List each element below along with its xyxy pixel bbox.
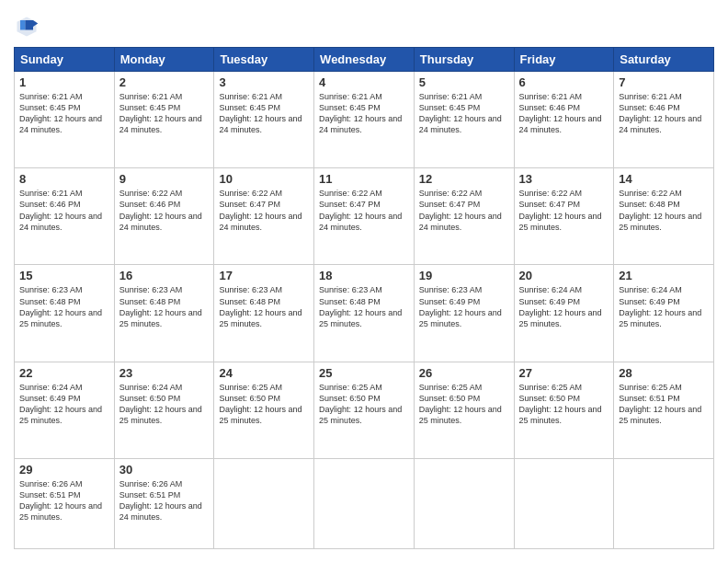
table-row: 11Sunrise: 6:22 AMSunset: 6:47 PMDayligh… (314, 168, 415, 265)
table-row: 15Sunrise: 6:23 AMSunset: 6:48 PMDayligh… (15, 265, 115, 362)
table-row: 19Sunrise: 6:23 AMSunset: 6:49 PMDayligh… (414, 265, 514, 362)
day-number: 25 (319, 366, 409, 380)
day-detail: Sunrise: 6:21 AMSunset: 6:46 PMDaylight:… (19, 188, 109, 233)
day-detail: Sunrise: 6:26 AMSunset: 6:51 PMDaylight:… (19, 478, 109, 523)
day-number: 26 (419, 366, 509, 380)
table-row: 27Sunrise: 6:25 AMSunset: 6:50 PMDayligh… (514, 362, 614, 458)
day-detail: Sunrise: 6:23 AMSunset: 6:48 PMDaylight:… (219, 284, 309, 329)
day-detail: Sunrise: 6:21 AMSunset: 6:46 PMDaylight:… (619, 91, 709, 136)
logo (14, 14, 43, 40)
day-detail: Sunrise: 6:21 AMSunset: 6:46 PMDaylight:… (519, 91, 609, 136)
day-number: 30 (119, 463, 210, 477)
day-number: 28 (619, 366, 709, 380)
calendar-week-row: 8Sunrise: 6:21 AMSunset: 6:46 PMDaylight… (15, 168, 714, 265)
day-detail: Sunrise: 6:23 AMSunset: 6:48 PMDaylight:… (319, 284, 409, 329)
day-number: 23 (119, 366, 210, 380)
day-detail: Sunrise: 6:25 AMSunset: 6:50 PMDaylight:… (519, 382, 609, 427)
day-number: 15 (19, 269, 109, 282)
table-row: 8Sunrise: 6:21 AMSunset: 6:46 PMDaylight… (15, 168, 115, 265)
day-detail: Sunrise: 6:25 AMSunset: 6:50 PMDaylight:… (219, 382, 309, 427)
table-row: 25Sunrise: 6:25 AMSunset: 6:50 PMDayligh… (314, 362, 415, 458)
day-detail: Sunrise: 6:25 AMSunset: 6:50 PMDaylight:… (319, 382, 409, 427)
day-number: 9 (119, 172, 210, 186)
day-detail: Sunrise: 6:24 AMSunset: 6:49 PMDaylight:… (19, 382, 109, 427)
table-row: 26Sunrise: 6:25 AMSunset: 6:50 PMDayligh… (414, 362, 514, 458)
table-row: 7Sunrise: 6:21 AMSunset: 6:46 PMDaylight… (614, 72, 714, 168)
calendar-week-row: 1Sunrise: 6:21 AMSunset: 6:45 PMDaylight… (15, 72, 714, 168)
table-row: 3Sunrise: 6:21 AMSunset: 6:45 PMDaylight… (214, 72, 314, 168)
day-detail: Sunrise: 6:23 AMSunset: 6:48 PMDaylight:… (119, 284, 210, 329)
day-detail: Sunrise: 6:21 AMSunset: 6:45 PMDaylight:… (419, 91, 509, 136)
table-row: 18Sunrise: 6:23 AMSunset: 6:48 PMDayligh… (314, 265, 415, 362)
day-number: 22 (19, 366, 109, 380)
day-number: 18 (319, 269, 409, 282)
table-row: 13Sunrise: 6:22 AMSunset: 6:47 PMDayligh… (514, 168, 614, 265)
table-row: 16Sunrise: 6:23 AMSunset: 6:48 PMDayligh… (114, 265, 214, 362)
table-row: 30Sunrise: 6:26 AMSunset: 6:51 PMDayligh… (114, 458, 214, 548)
day-number: 19 (419, 269, 509, 282)
day-number: 2 (119, 75, 210, 89)
day-detail: Sunrise: 6:22 AMSunset: 6:47 PMDaylight:… (519, 188, 609, 233)
table-row: 24Sunrise: 6:25 AMSunset: 6:50 PMDayligh… (214, 362, 314, 458)
day-detail: Sunrise: 6:22 AMSunset: 6:47 PMDaylight:… (419, 188, 509, 233)
calendar-week-row: 15Sunrise: 6:23 AMSunset: 6:48 PMDayligh… (15, 265, 714, 362)
table-row (514, 458, 614, 548)
day-number: 20 (519, 269, 609, 282)
day-number: 13 (519, 172, 609, 186)
day-number: 4 (319, 75, 409, 89)
calendar-week-row: 29Sunrise: 6:26 AMSunset: 6:51 PMDayligh… (15, 458, 714, 548)
logo-icon (14, 14, 40, 40)
day-detail: Sunrise: 6:23 AMSunset: 6:49 PMDaylight:… (419, 284, 509, 329)
col-tuesday: Tuesday (214, 48, 314, 72)
day-detail: Sunrise: 6:21 AMSunset: 6:45 PMDaylight:… (19, 91, 109, 136)
calendar-week-row: 22Sunrise: 6:24 AMSunset: 6:49 PMDayligh… (15, 362, 714, 458)
table-row (314, 458, 415, 548)
day-number: 7 (619, 75, 709, 89)
col-wednesday: Wednesday (314, 48, 415, 72)
day-number: 27 (519, 366, 609, 380)
day-number: 12 (419, 172, 509, 186)
day-number: 10 (219, 172, 309, 186)
day-detail: Sunrise: 6:21 AMSunset: 6:45 PMDaylight:… (119, 91, 210, 136)
table-row: 14Sunrise: 6:22 AMSunset: 6:48 PMDayligh… (614, 168, 714, 265)
calendar-header-row: Sunday Monday Tuesday Wednesday Thursday… (15, 48, 714, 72)
day-number: 24 (219, 366, 309, 380)
table-row: 1Sunrise: 6:21 AMSunset: 6:45 PMDaylight… (15, 72, 115, 168)
table-row: 6Sunrise: 6:21 AMSunset: 6:46 PMDaylight… (514, 72, 614, 168)
day-detail: Sunrise: 6:23 AMSunset: 6:48 PMDaylight:… (19, 284, 109, 329)
day-detail: Sunrise: 6:24 AMSunset: 6:50 PMDaylight:… (119, 382, 210, 427)
day-number: 3 (219, 75, 309, 89)
table-row: 17Sunrise: 6:23 AMSunset: 6:48 PMDayligh… (214, 265, 314, 362)
page: Sunday Monday Tuesday Wednesday Thursday… (0, 0, 728, 563)
col-friday: Friday (514, 48, 614, 72)
table-row: 2Sunrise: 6:21 AMSunset: 6:45 PMDaylight… (114, 72, 214, 168)
table-row: 22Sunrise: 6:24 AMSunset: 6:49 PMDayligh… (15, 362, 115, 458)
day-detail: Sunrise: 6:22 AMSunset: 6:47 PMDaylight:… (319, 188, 409, 233)
day-detail: Sunrise: 6:25 AMSunset: 6:51 PMDaylight:… (619, 382, 709, 427)
day-number: 17 (219, 269, 309, 282)
day-detail: Sunrise: 6:24 AMSunset: 6:49 PMDaylight:… (519, 284, 609, 329)
table-row: 20Sunrise: 6:24 AMSunset: 6:49 PMDayligh… (514, 265, 614, 362)
day-detail: Sunrise: 6:22 AMSunset: 6:48 PMDaylight:… (619, 188, 709, 233)
table-row (214, 458, 314, 548)
day-number: 14 (619, 172, 709, 186)
header (14, 14, 714, 40)
day-detail: Sunrise: 6:21 AMSunset: 6:45 PMDaylight:… (319, 91, 409, 136)
day-number: 11 (319, 172, 409, 186)
day-number: 5 (419, 75, 509, 89)
day-number: 29 (19, 463, 109, 477)
table-row: 29Sunrise: 6:26 AMSunset: 6:51 PMDayligh… (15, 458, 115, 548)
table-row: 4Sunrise: 6:21 AMSunset: 6:45 PMDaylight… (314, 72, 415, 168)
col-sunday: Sunday (15, 48, 115, 72)
day-detail: Sunrise: 6:22 AMSunset: 6:46 PMDaylight:… (119, 188, 210, 233)
table-row: 5Sunrise: 6:21 AMSunset: 6:45 PMDaylight… (414, 72, 514, 168)
table-row: 12Sunrise: 6:22 AMSunset: 6:47 PMDayligh… (414, 168, 514, 265)
col-thursday: Thursday (414, 48, 514, 72)
day-number: 8 (19, 172, 109, 186)
day-number: 21 (619, 269, 709, 282)
day-number: 1 (19, 75, 109, 89)
day-detail: Sunrise: 6:22 AMSunset: 6:47 PMDaylight:… (219, 188, 309, 233)
day-number: 6 (519, 75, 609, 89)
day-detail: Sunrise: 6:21 AMSunset: 6:45 PMDaylight:… (219, 91, 309, 136)
table-row (414, 458, 514, 548)
